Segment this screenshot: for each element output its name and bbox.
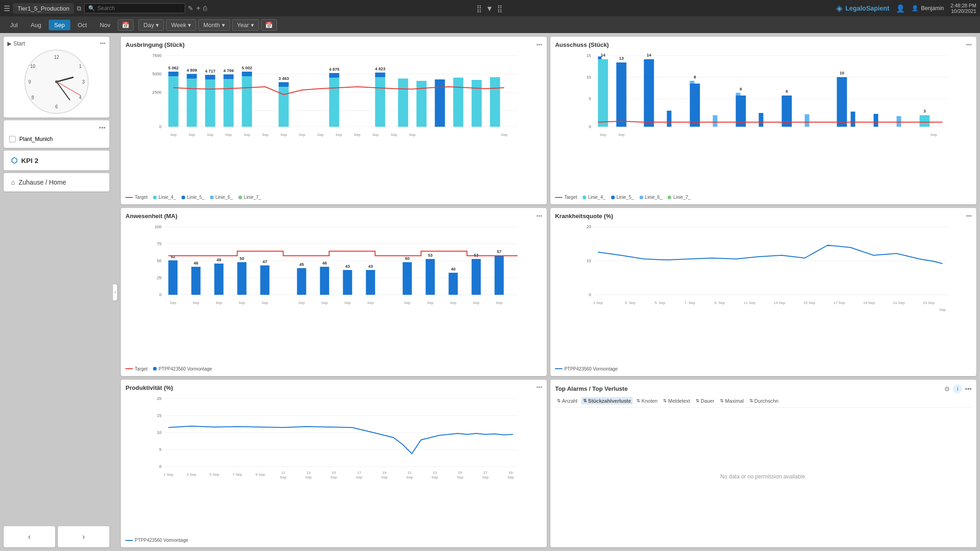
svg-rect-84 <box>805 114 810 127</box>
month-dropdown[interactable]: Month ▾ <box>198 19 230 31</box>
svg-text:Sep: Sep <box>244 133 251 137</box>
th-knoten[interactable]: ⇅ Knoten <box>634 397 659 405</box>
plant-checkbox[interactable] <box>9 136 16 142</box>
svg-text:21: 21 <box>408 471 412 475</box>
ausschuss-svg: 15 10 5 0 14 13 14 <box>555 51 972 143</box>
svg-rect-87 <box>897 116 901 127</box>
top-alarms-card: Top Alarms / Top Verluste ⚙ i ••• ⇅ Anza… <box>550 380 976 547</box>
krankheitsquote-svg-container: 20 10 0 1 Sep 3. Sep 5. Sep 7. Sep 9. Se… <box>555 222 972 364</box>
nav-jul[interactable]: Jul <box>5 20 23 30</box>
svg-text:19 Sep: 19 Sep <box>863 301 875 305</box>
kpi-card[interactable]: ⬡ KPI 2 <box>4 151 109 170</box>
start-label: ▶ Start <box>7 40 25 47</box>
next-button[interactable]: › <box>58 526 109 547</box>
anwesenheit-title: Anwesenheit (MA) <box>125 213 177 219</box>
menu-icon[interactable]: ☰ <box>4 4 10 13</box>
ausbringung-more[interactable]: ••• <box>537 42 543 48</box>
svg-text:Sep: Sep <box>473 301 480 305</box>
svg-text:10: 10 <box>587 259 591 263</box>
search-icon: 🔍 <box>88 5 95 11</box>
svg-text:3: 3 <box>923 109 926 113</box>
svg-text:Sep: Sep <box>381 475 388 479</box>
user-area[interactable]: 👤 Benjamin <box>912 5 944 11</box>
svg-rect-113 <box>320 267 329 295</box>
svg-text:5000: 5000 <box>153 72 162 76</box>
ausschuss-title: Ausschuss (Stück) <box>555 41 609 48</box>
plant-more-icon[interactable]: ••• <box>99 124 106 131</box>
prev-button[interactable]: ‹ <box>4 526 55 547</box>
year-dropdown[interactable]: Year ▾ <box>232 19 259 31</box>
svg-text:Sep: Sep <box>930 133 937 137</box>
calendar-button-2[interactable]: 📅 <box>261 19 277 31</box>
krankheitsquote-more[interactable]: ••• <box>966 213 972 219</box>
svg-text:25: 25 <box>157 276 162 280</box>
add-icon[interactable]: + <box>196 4 200 12</box>
no-data-message: No data or no permission available. <box>555 410 972 543</box>
copy-icon[interactable]: ⧉ <box>77 5 81 12</box>
edit-icon[interactable]: ✎ <box>188 5 193 12</box>
svg-text:Sep: Sep <box>409 133 416 137</box>
th-stuckzahl-sort: ⇅ <box>583 398 587 403</box>
svg-text:Sep: Sep <box>618 133 625 137</box>
search-box[interactable]: 🔍 <box>84 3 185 13</box>
legend-target-3: Target <box>125 366 147 371</box>
svg-text:1 Sep: 1 Sep <box>164 472 173 477</box>
svg-text:0: 0 <box>589 292 591 297</box>
th-stuckzahl[interactable]: ⇅ Stückzahlverluste <box>581 397 633 405</box>
legend-linie5: Linie_5_ <box>181 195 204 200</box>
svg-text:Sep: Sep <box>368 301 374 305</box>
svg-rect-10 <box>169 72 179 76</box>
legend-linie5-2: Linie_5_ <box>611 195 634 200</box>
th-meldetext[interactable]: ⇅ Meldetext <box>661 397 692 405</box>
th-dauer[interactable]: ⇅ Dauer <box>694 397 716 405</box>
ausschuss-more[interactable]: ••• <box>966 42 972 48</box>
svg-rect-73 <box>736 93 741 96</box>
search-input[interactable] <box>97 5 171 11</box>
th-dauer-sort: ⇅ <box>696 398 699 403</box>
svg-rect-103 <box>192 267 201 295</box>
th-anzahl[interactable]: ⇅ Anzahl <box>555 397 579 405</box>
svg-rect-35 <box>435 79 445 127</box>
print-icon[interactable]: ⎙ <box>203 5 207 12</box>
calendar-button[interactable]: 📅 <box>118 19 134 31</box>
th-maximal[interactable]: ⇅ Maximal <box>718 397 746 405</box>
alarms-more[interactable]: ••• <box>965 385 972 393</box>
svg-text:23: 23 <box>433 471 437 475</box>
svg-text:15: 15 <box>587 53 591 58</box>
svg-text:13: 13 <box>619 56 624 61</box>
week-dropdown[interactable]: Week ▾ <box>166 19 196 31</box>
produktivitat-chart: Produktivität (%) ••• 20 15 10 5 0 <box>121 380 547 547</box>
day-dropdown[interactable]: Day ▾ <box>138 19 164 31</box>
legend-ptpp-4: PTPP423560 Vormontage <box>555 366 617 371</box>
filter-button[interactable]: ⚙ <box>944 385 950 393</box>
nav-arrows: ‹ › <box>4 526 109 547</box>
svg-text:5. Sep: 5. Sep <box>655 301 666 305</box>
nav-oct[interactable]: Oct <box>72 20 92 30</box>
svg-text:Sep: Sep <box>189 133 196 137</box>
ausbringung-legend: Target Linie_4_ Linie_5_ Linie_6_ Linie_… <box>125 195 542 200</box>
svg-rect-36 <box>453 78 464 127</box>
plant-item[interactable]: Plant_Munich <box>7 134 106 144</box>
app-title[interactable]: Tier1_5_Production <box>13 3 74 14</box>
home-card[interactable]: ⌂ Zuhause / Home <box>4 173 109 191</box>
produktivitat-more[interactable]: ••• <box>537 384 543 391</box>
svg-text:17 Sep: 17 Sep <box>833 301 845 305</box>
nav-sep[interactable]: Sep <box>49 20 70 30</box>
clock-num-3: 3 <box>82 79 85 84</box>
svg-text:3. Sep: 3. Sep <box>625 301 636 305</box>
nav-aug[interactable]: Aug <box>25 20 47 30</box>
produktivitat-svg: 20 15 10 5 0 1 Sep 3 Sep 5 Sep 7 Sep 9 S… <box>125 394 542 486</box>
th-durchschn[interactable]: ⇅ Durchschn <box>748 397 781 405</box>
svg-rect-9 <box>169 76 179 127</box>
clock-more-icon[interactable]: ••• <box>100 40 106 47</box>
user-name: Benjamin <box>921 5 944 11</box>
svg-rect-25 <box>279 82 289 87</box>
anwesenheit-more[interactable]: ••• <box>537 213 543 219</box>
svg-text:0: 0 <box>159 464 162 469</box>
info-button[interactable]: i <box>953 384 962 394</box>
svg-text:Sep: Sep <box>216 301 223 305</box>
collapse-tab[interactable]: ‹ <box>113 284 117 300</box>
svg-rect-13 <box>187 74 197 79</box>
th-meldetext-sort: ⇅ <box>663 398 667 403</box>
nav-nov[interactable]: Nov <box>94 20 116 30</box>
